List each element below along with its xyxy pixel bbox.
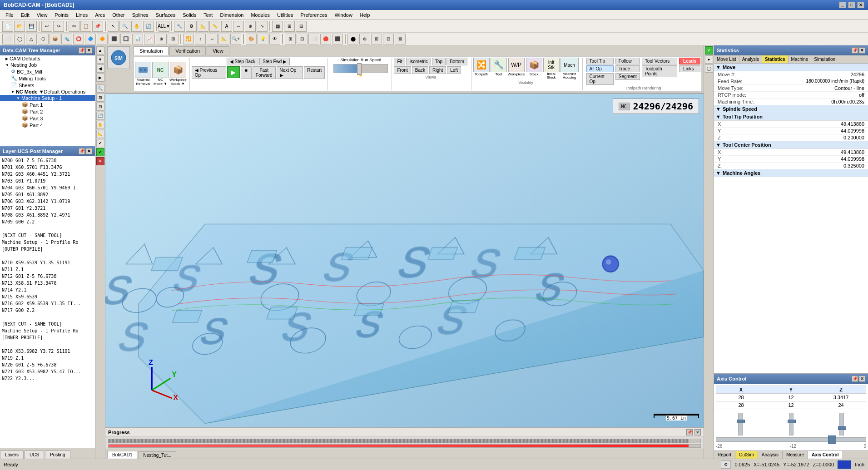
step-fwd-btn[interactable]: Step Fwd ▶ <box>259 58 290 65</box>
viewport-3d[interactable]: S S S S S S S S S S S S <box>105 94 704 427</box>
workpiece-stock-btn[interactable]: 📦 WorkpieceStock ▼ <box>169 62 187 86</box>
stats-pin[interactable]: 📌 <box>852 47 858 54</box>
tb-c25[interactable]: ⊟ <box>297 34 308 45</box>
top-btn[interactable]: Top <box>432 58 446 65</box>
tb14[interactable]: ▦ <box>272 21 283 32</box>
code-pin[interactable]: 📌 <box>79 148 85 154</box>
tb-c18[interactable]: ↔ <box>207 34 218 45</box>
workpiece-vis-btn[interactable]: W/P Workpiece <box>508 58 525 79</box>
tb-c23[interactable]: 👁 <box>269 34 280 45</box>
stats-tab-analysis[interactable]: Analysis <box>739 55 762 63</box>
sidebar-icon-7[interactable]: ⊟ <box>96 103 104 111</box>
speed-slider[interactable] <box>333 64 388 73</box>
tb-c26[interactable]: ⬜ <box>308 34 319 45</box>
next-op-btn[interactable]: Next Op ▶ <box>277 66 303 79</box>
tb-c32[interactable]: ⊟ <box>383 34 394 45</box>
tb10[interactable]: A <box>221 21 232 32</box>
axis-hslider[interactable] <box>716 437 866 442</box>
maximize-btn[interactable]: □ <box>848 2 855 8</box>
axis-slider-x[interactable] <box>738 413 743 435</box>
tb-c10[interactable]: ⬛ <box>109 34 119 45</box>
isometric-btn[interactable]: Isometric <box>406 58 431 65</box>
tb-c33[interactable]: ⊠ <box>395 34 406 45</box>
br-tab-axiscontrol[interactable]: Axis Control <box>808 451 842 459</box>
tool-vectors-btn[interactable]: Tool Vectors <box>642 58 677 64</box>
copy-btn[interactable]: 📋 <box>80 21 91 32</box>
menu-surfaces[interactable]: Surfaces <box>152 11 179 19</box>
tb-c31[interactable]: ⊞ <box>371 34 382 45</box>
tree-part1[interactable]: 📦Part 1 <box>0 101 95 108</box>
code-close[interactable]: ✕ <box>86 148 92 154</box>
tree-nesting-job[interactable]: ▼Nesting Job <box>0 62 95 68</box>
bottom-btn[interactable]: Bottom <box>446 58 467 65</box>
tab-posting[interactable]: Posting <box>45 450 70 459</box>
follow-btn[interactable]: Follow <box>615 58 640 64</box>
tb7[interactable]: ⚙ <box>186 21 197 32</box>
tb-c30[interactable]: ⊕ <box>359 34 370 45</box>
tab-layers[interactable]: Layers <box>0 450 24 459</box>
sidebar-icon-9[interactable]: ✋ <box>96 121 104 129</box>
stats-tab-machine[interactable]: Machine <box>789 55 812 63</box>
menu-solids[interactable]: Solids <box>179 11 200 19</box>
tree-part4[interactable]: 📦Part 4 <box>0 122 95 129</box>
spindle-section-header[interactable]: ▼ Spindle Speed <box>714 105 868 113</box>
tb13[interactable]: ∿ <box>257 21 268 32</box>
initial-stock-vis-btn[interactable]: InitStk InitialStock <box>543 58 560 79</box>
back-btn[interactable]: Back <box>412 66 428 74</box>
axis-slider-z[interactable] <box>839 413 844 435</box>
axis-slider-y[interactable] <box>789 413 794 435</box>
stats-tab-simulation[interactable]: Simulation <box>811 55 838 63</box>
tree-default-ops[interactable]: ▼NC Mode ▼Default Operations <box>0 89 95 95</box>
sidebar-icon-accept[interactable]: ✔ <box>96 148 104 156</box>
axis-pin[interactable]: 📌 <box>852 376 858 382</box>
restart-btn[interactable]: Restart <box>304 66 325 79</box>
tb-c17[interactable]: ↕ <box>195 34 206 45</box>
menu-preferences[interactable]: Preferences <box>297 11 331 19</box>
tb9[interactable]: 📏 <box>209 21 220 32</box>
tb-c12[interactable]: 📊 <box>132 34 143 45</box>
rs-icon-3[interactable]: ◯ <box>705 64 713 73</box>
zoom-btn[interactable]: 🔍 <box>119 21 130 32</box>
rs-icon-1[interactable]: ✔ <box>705 46 713 54</box>
stats-tab-statistics[interactable]: Statistics <box>762 55 788 63</box>
material-removal-btn[interactable]: MaterialRemoval <box>135 62 151 86</box>
tb-c13[interactable]: 📈 <box>144 34 155 45</box>
menu-arcs[interactable]: Arcs <box>91 11 109 19</box>
all-btn[interactable]: ALL▼ <box>159 21 169 32</box>
progress-track-2[interactable] <box>108 444 701 448</box>
menu-help[interactable]: Help <box>356 11 374 19</box>
sidebar-icon-11[interactable]: ✔ <box>96 139 104 147</box>
tb-c1[interactable]: ⬜ <box>2 34 13 45</box>
tb-c21[interactable]: 🎨 <box>246 34 257 45</box>
tool-vis-btn[interactable]: 🔧 Tool <box>491 58 507 79</box>
redo-btn[interactable]: ↪ <box>53 21 64 32</box>
segment-btn[interactable]: Segment <box>615 73 640 80</box>
tb-c24[interactable]: ⊞ <box>285 34 296 45</box>
tree-pin[interactable]: 📌 <box>79 47 85 54</box>
menu-points[interactable]: Points <box>51 11 72 19</box>
sidebar-icon-reject[interactable]: ✕ <box>96 157 104 165</box>
tb-c3[interactable]: △ <box>26 34 37 45</box>
toolcenter-section-header[interactable]: ▼ Tool Center Position <box>714 141 868 149</box>
tb-c9[interactable]: 🔶 <box>97 34 108 45</box>
viewport-tab-1[interactable]: BobCAD1 <box>107 451 137 459</box>
all-op-btn[interactable]: All Op <box>586 65 614 72</box>
machineangles-section-header[interactable]: ▼ Machine Angles <box>714 169 868 177</box>
menu-utilities[interactable]: Utilities <box>273 11 297 19</box>
tree-part3[interactable]: 📦Part 3 <box>0 115 95 122</box>
move-section-header[interactable]: ▼ Move <box>714 64 868 71</box>
select-btn[interactable]: ↖ <box>108 21 119 32</box>
tooltippos-section-header[interactable]: ▼ Tool Tip Position <box>714 113 868 121</box>
sim-tab-verification[interactable]: Verification <box>169 46 206 55</box>
tree-milling-tools[interactable]: 🔧Milling Tools <box>0 75 95 82</box>
status-icon[interactable]: ⚙ <box>721 460 731 469</box>
sidebar-icon-4[interactable]: ▶ <box>96 74 104 82</box>
sidebar-icon-10[interactable]: 📐 <box>96 130 104 138</box>
sidebar-icon-5[interactable]: 🔍 <box>96 84 104 93</box>
br-tab-cutsim[interactable]: CutSim <box>735 451 758 459</box>
code-content[interactable]: N700 G01 Z-5 F6.6738 N701 X60.5701 F13.3… <box>0 156 95 448</box>
step-back-btn[interactable]: ◀ Step Back <box>227 58 258 65</box>
tb12[interactable]: ⊕ <box>245 21 256 32</box>
stats-close[interactable]: ✕ <box>859 47 865 54</box>
paste-btn[interactable]: 📌 <box>92 21 103 32</box>
